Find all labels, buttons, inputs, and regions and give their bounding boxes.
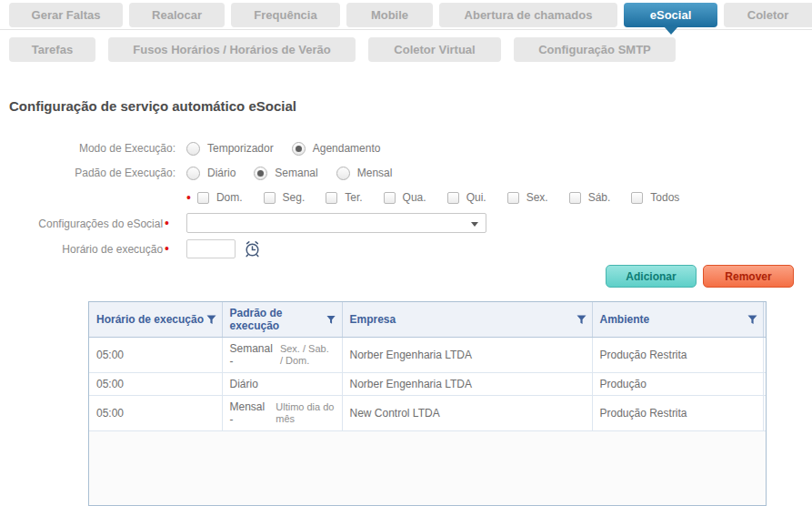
cell-padrao: Semanal - Sex. / Sab. / Dom. xyxy=(222,338,342,373)
col-header-ambiente[interactable]: Ambiente xyxy=(592,302,763,338)
radio-diario-label[interactable]: Diário xyxy=(207,167,236,179)
cell-ambiente: Produção xyxy=(592,373,763,396)
tab-tarefas[interactable]: Tarefas xyxy=(9,37,95,62)
schedules-table: Horário de execução Padrão de execução E… xyxy=(88,301,767,506)
tab-esocial[interactable]: eSocial xyxy=(624,3,717,27)
checkbox-seg-label[interactable]: Seg. xyxy=(283,191,306,204)
cell-filler xyxy=(763,338,766,373)
adicionar-button[interactable]: Adicionar xyxy=(606,265,697,288)
radio-mensal-label[interactable]: Mensal xyxy=(357,167,393,179)
checkbox-sex[interactable] xyxy=(507,192,519,204)
padrao-main: Semanal - xyxy=(230,342,275,368)
cell-padrao: Diário xyxy=(222,373,342,396)
col-header-horario-label: Horário de execução xyxy=(96,313,204,326)
table-actions: Adicionar Remover xyxy=(9,265,803,288)
table-row[interactable]: 05:00 Mensal - Ultimo dia do mês New Con… xyxy=(89,396,766,431)
checkbox-todos-label[interactable]: Todos xyxy=(650,191,679,204)
tab-realocar[interactable]: Realocar xyxy=(129,3,225,27)
cell-ambiente: Produção Restrita xyxy=(592,338,763,373)
cell-empresa: Norber Engenharia LTDA xyxy=(342,338,592,373)
funnel-icon[interactable] xyxy=(747,315,757,325)
radio-semanal-label[interactable]: Semanal xyxy=(275,167,317,179)
col-header-ambiente-label: Ambiente xyxy=(600,313,650,326)
checkbox-qui[interactable] xyxy=(447,192,459,204)
tab-mobile[interactable]: Mobile xyxy=(346,3,433,27)
checkbox-seg[interactable] xyxy=(264,192,276,204)
config-esocial-label: Configurações do eSocial• xyxy=(9,217,186,230)
remover-button[interactable]: Remover xyxy=(703,265,794,288)
radio-temporizador-label[interactable]: Temporizador xyxy=(207,142,274,155)
cell-horario: 05:00 xyxy=(89,338,222,373)
radio-diario[interactable] xyxy=(186,167,200,180)
config-esocial-label-text: Configurações do eSocial xyxy=(38,218,163,230)
padrao-execucao-row: Padão de Execução: Diário Semanal Mensal xyxy=(9,164,803,182)
radio-mensal[interactable] xyxy=(336,167,350,180)
checkbox-todos[interactable] xyxy=(631,192,643,204)
horario-execucao-input[interactable] xyxy=(186,239,236,258)
secondary-tabbar: Tarefas Fusos Horários / Horários de Ver… xyxy=(0,37,812,62)
cell-empresa: Norber Engenharia LTDA xyxy=(342,373,592,396)
week-days-row: • Dom. Seg. Ter. Qua. Qui. Sex. Sáb. Tod… xyxy=(9,188,803,207)
chevron-down-icon xyxy=(471,222,478,227)
tabbar-divider xyxy=(0,29,812,30)
radio-agendamento-label[interactable]: Agendamento xyxy=(313,142,381,155)
cell-filler xyxy=(763,396,766,431)
cell-padrao: Mensal - Ultimo dia do mês xyxy=(222,396,342,431)
tab-frequencia[interactable]: Frequência xyxy=(231,3,340,27)
table-row[interactable]: 05:00 Semanal - Sex. / Sab. / Dom. Norbe… xyxy=(89,338,766,373)
modo-execucao-label: Modo de Execução: xyxy=(9,142,186,155)
funnel-icon[interactable] xyxy=(326,315,336,325)
tab-configuracao-smtp[interactable]: Configuração SMTP xyxy=(514,37,676,62)
table-header-row: Horário de execução Padrão de execução E… xyxy=(89,302,766,338)
table-row[interactable]: 05:00 Diário Norber Engenharia LTDA Prod… xyxy=(89,373,766,396)
active-tab-pointer-icon xyxy=(664,26,678,35)
padrao-detail: Sex. / Sab. / Dom. xyxy=(280,343,335,366)
checkbox-dom-label[interactable]: Dom. xyxy=(216,191,243,204)
cell-empresa: New Control LTDA xyxy=(342,396,592,431)
tab-fusos-horarios[interactable]: Fusos Horários / Horários de Verão xyxy=(108,37,356,62)
config-esocial-row: Configurações do eSocial• xyxy=(9,213,803,233)
checkbox-ter[interactable] xyxy=(326,192,337,204)
col-header-horario[interactable]: Horário de execução xyxy=(89,302,222,338)
cell-horario: 05:00 xyxy=(89,373,222,396)
tab-coletor-virtual[interactable]: Coletor Virtual xyxy=(368,37,501,62)
col-header-padrao-label: Padrão de execução xyxy=(230,307,327,332)
tab-coletor[interactable]: Coletor xyxy=(724,3,812,27)
checkbox-sex-label[interactable]: Sex. xyxy=(526,191,548,204)
config-esocial-select[interactable] xyxy=(186,213,486,233)
required-marker: • xyxy=(165,241,169,256)
funnel-icon[interactable] xyxy=(206,315,216,325)
radio-temporizador[interactable] xyxy=(186,142,200,156)
checkbox-ter-label[interactable]: Ter. xyxy=(345,191,362,204)
radio-agendamento[interactable] xyxy=(292,142,306,156)
col-header-empresa-label: Empresa xyxy=(350,313,396,326)
cell-ambiente: Produção Restrita xyxy=(592,396,763,431)
cell-filler xyxy=(763,373,766,396)
main-content: Configuração de serviço automático eSoci… xyxy=(0,98,812,506)
checkbox-qui-label[interactable]: Qui. xyxy=(466,191,486,204)
horario-execucao-label: Horário de execução• xyxy=(9,242,186,256)
padrao-main: Diário xyxy=(230,378,258,390)
tab-gerar-faltas[interactable]: Gerar Faltas xyxy=(9,3,123,27)
alarm-clock-icon[interactable] xyxy=(243,239,262,258)
checkbox-dom[interactable] xyxy=(197,192,209,204)
funnel-icon[interactable] xyxy=(576,315,586,325)
checkbox-sab[interactable] xyxy=(569,192,581,204)
checkbox-qua[interactable] xyxy=(384,192,396,204)
horario-execucao-label-text: Horário de execução xyxy=(62,243,163,256)
tab-esocial-label: eSocial xyxy=(650,8,692,22)
col-header-empresa[interactable]: Empresa xyxy=(342,302,592,338)
page-title: Configuração de serviço automático eSoci… xyxy=(9,98,803,114)
main-tabbar: Gerar Faltas Realocar Frequência Mobile … xyxy=(0,0,812,27)
col-header-padrao[interactable]: Padrão de execução xyxy=(222,302,342,338)
required-marker: • xyxy=(165,216,169,230)
padrao-main: Mensal - xyxy=(230,400,271,426)
modo-execucao-row: Modo de Execução: Temporizador Agendamen… xyxy=(9,139,803,157)
checkbox-sab-label[interactable]: Sáb. xyxy=(588,191,611,204)
tab-abertura-de-chamados[interactable]: Abertura de chamados xyxy=(439,3,617,27)
horario-execucao-row: Horário de execução• xyxy=(9,239,803,258)
col-header-filler xyxy=(763,302,766,338)
radio-semanal[interactable] xyxy=(254,167,267,180)
checkbox-qua-label[interactable]: Qua. xyxy=(403,191,426,204)
cell-horario: 05:00 xyxy=(89,396,222,431)
